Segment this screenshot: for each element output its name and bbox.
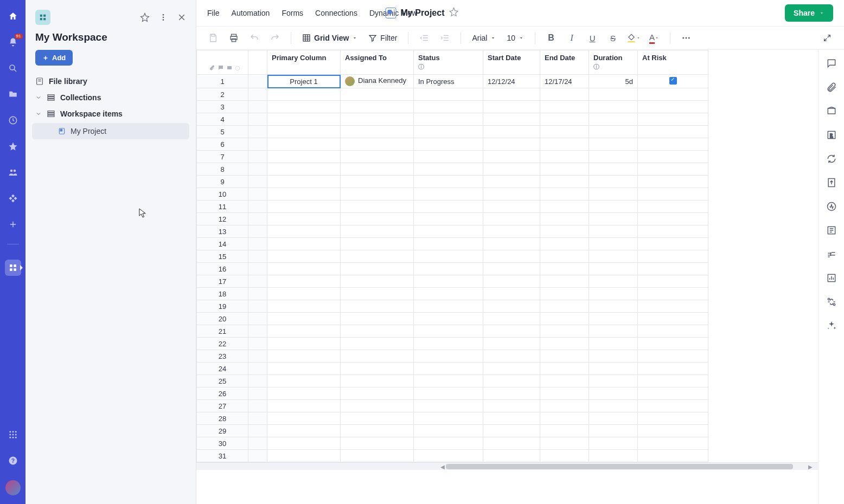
scroll-right-icon[interactable]: ▶ <box>807 463 814 470</box>
row-number[interactable]: 1 <box>197 75 248 88</box>
row-number[interactable]: 18 <box>197 288 248 300</box>
row-number[interactable]: 3 <box>197 101 248 113</box>
proofs-icon[interactable] <box>826 105 837 117</box>
cell-assigned[interactable]: Diana Kennedy <box>341 75 414 88</box>
publish-icon[interactable] <box>826 177 837 189</box>
sidebar-collections[interactable]: Collections <box>25 89 196 106</box>
table-row[interactable]: 18 <box>197 288 708 300</box>
horizontal-scrollbar[interactable]: ◀ ▶ <box>196 462 818 470</box>
row-number[interactable]: 11 <box>197 201 248 213</box>
table-row[interactable]: 2 <box>197 88 708 101</box>
expand-icon[interactable] <box>819 30 835 46</box>
favorites-icon[interactable] <box>7 140 20 153</box>
row-number[interactable]: 7 <box>197 151 248 163</box>
table-row[interactable]: 4 <box>197 113 708 126</box>
table-row[interactable]: 21 <box>197 325 708 338</box>
cell-status[interactable]: In Progress <box>414 75 483 88</box>
table-row[interactable]: 5 <box>197 126 708 138</box>
table-row[interactable]: 15 <box>197 250 708 263</box>
apps-icon[interactable] <box>7 428 20 441</box>
data-grid[interactable]: Primary ColumnAssigned ToStatusⓘStart Da… <box>196 50 708 462</box>
table-row[interactable]: 11 <box>197 201 708 213</box>
row-number[interactable]: 29 <box>197 425 248 437</box>
cell-duration[interactable]: 5d <box>589 75 638 88</box>
column-end[interactable]: End Date <box>540 50 589 75</box>
row-number[interactable]: 15 <box>197 250 248 263</box>
activity-log-icon[interactable] <box>826 201 837 212</box>
notifications-icon[interactable]: 91 <box>7 36 20 49</box>
row-number[interactable]: 16 <box>197 263 248 275</box>
indent-icon[interactable] <box>437 30 453 46</box>
menu-file[interactable]: File <box>207 9 220 17</box>
conversations-icon[interactable] <box>826 57 837 69</box>
column-duration[interactable]: Durationⓘ <box>589 50 638 75</box>
column-assigned[interactable]: Assigned To <box>341 50 414 75</box>
add-icon[interactable] <box>7 218 20 231</box>
share-button[interactable]: Share <box>785 4 833 22</box>
menu-automation[interactable]: Automation <box>232 9 270 17</box>
bold-icon[interactable]: B <box>543 30 559 46</box>
summary-icon[interactable] <box>826 224 837 236</box>
row-number[interactable]: 12 <box>197 213 248 225</box>
scroll-left-icon[interactable]: ◀ <box>439 463 446 470</box>
row-number[interactable]: 27 <box>197 400 248 412</box>
table-row[interactable]: 10 <box>197 188 708 201</box>
chart-icon[interactable] <box>826 272 837 284</box>
row-number[interactable]: 19 <box>197 300 248 313</box>
table-row[interactable]: 28 <box>197 412 708 425</box>
sidebar-file-library[interactable]: File library <box>25 73 196 89</box>
menu-connections[interactable]: Connections <box>315 9 357 17</box>
row-number[interactable]: 4 <box>197 113 248 126</box>
table-row[interactable]: 1Project 1Diana KennedyIn Progress12/12/… <box>197 75 708 88</box>
table-row[interactable]: 19 <box>197 300 708 313</box>
work-insights-icon[interactable] <box>826 248 837 260</box>
people-icon[interactable] <box>7 166 20 179</box>
outdent-icon[interactable] <box>416 30 432 46</box>
row-number[interactable]: 6 <box>197 138 248 151</box>
row-number[interactable]: 30 <box>197 437 248 450</box>
search-icon[interactable] <box>7 62 20 75</box>
attachments-icon[interactable] <box>826 81 837 93</box>
fill-color-icon[interactable] <box>625 30 642 46</box>
sidebar-workspace-items[interactable]: Workspace items <box>25 106 196 122</box>
close-icon[interactable] <box>175 11 188 24</box>
row-number[interactable]: 26 <box>197 387 248 400</box>
redo-icon[interactable] <box>267 30 283 46</box>
more-icon[interactable] <box>678 30 694 46</box>
table-row[interactable]: 24 <box>197 363 708 375</box>
table-row[interactable]: 26 <box>197 387 708 400</box>
row-number[interactable]: 21 <box>197 325 248 338</box>
cell-start[interactable]: 12/12/24 <box>483 75 540 88</box>
row-number[interactable]: 31 <box>197 450 248 462</box>
table-row[interactable]: 17 <box>197 275 708 288</box>
row-number[interactable]: 13 <box>197 225 248 238</box>
table-row[interactable]: 7 <box>197 151 708 163</box>
table-row[interactable]: 23 <box>197 350 708 363</box>
undo-icon[interactable] <box>246 30 263 46</box>
sidebar-item-project[interactable]: My Project <box>32 123 189 139</box>
table-row[interactable]: 12 <box>197 213 708 225</box>
print-icon[interactable] <box>226 30 242 46</box>
home-icon[interactable] <box>7 10 20 23</box>
table-row[interactable]: 31 <box>197 450 708 462</box>
row-number[interactable]: 28 <box>197 412 248 425</box>
table-row[interactable]: 29 <box>197 425 708 437</box>
column-primary[interactable]: Primary Column <box>267 50 341 75</box>
menu-forms[interactable]: Forms <box>282 9 303 17</box>
table-row[interactable]: 3 <box>197 101 708 113</box>
workapps-icon[interactable] <box>7 192 20 205</box>
ai-icon[interactable] <box>826 320 837 332</box>
help-icon[interactable]: ? <box>7 454 20 467</box>
text-color-icon[interactable]: A <box>646 30 662 46</box>
row-number[interactable]: 24 <box>197 363 248 375</box>
checkbox-checked-icon[interactable] <box>669 77 677 85</box>
column-risk[interactable]: At Risk <box>638 50 708 75</box>
row-number[interactable]: 20 <box>197 313 248 325</box>
italic-icon[interactable]: I <box>564 30 580 46</box>
table-row[interactable]: 13 <box>197 225 708 238</box>
row-number[interactable]: 8 <box>197 163 248 176</box>
user-avatar[interactable] <box>5 480 21 495</box>
row-number[interactable]: 2 <box>197 88 248 101</box>
font-size-selector[interactable]: 10 <box>503 31 527 44</box>
star-icon[interactable] <box>449 7 458 19</box>
